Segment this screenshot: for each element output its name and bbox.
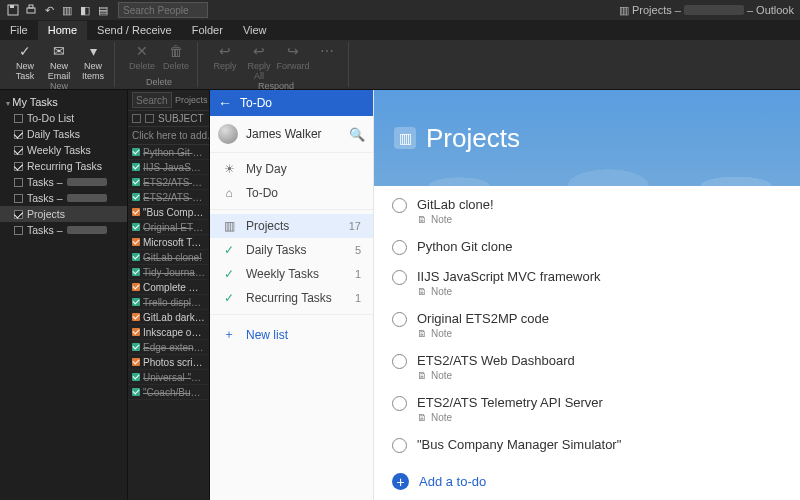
table-row[interactable]: Inkscape output i — [128, 325, 209, 340]
checkbox-icon[interactable] — [14, 130, 23, 139]
reply-button[interactable]: ↩Reply — [210, 42, 240, 81]
task-row[interactable]: ETS2/ATS Telemetry API Server🗎Note — [374, 388, 800, 430]
table-row[interactable]: GitLab dark them — [128, 310, 209, 325]
delete-button[interactable]: ✕Delete — [127, 42, 157, 71]
table-row[interactable]: IIJS JavaScript MV — [128, 160, 209, 175]
task-check-icon[interactable] — [132, 343, 140, 351]
add-task-row[interactable]: + Add a to-do — [374, 463, 800, 500]
task-row[interactable]: "Bus Company Manager Simulator" — [374, 430, 800, 460]
tasklist-add-row[interactable]: Click here to add… — [128, 127, 209, 145]
qat-icon-2[interactable]: ◧ — [78, 3, 92, 17]
checkbox-icon[interactable] — [14, 146, 23, 155]
task-circle-icon[interactable] — [392, 354, 407, 369]
table-row[interactable]: Tidy Journalism C — [128, 265, 209, 280]
todo-list-item[interactable]: ✓Weekly Tasks1 — [210, 262, 373, 286]
task-check-icon[interactable] — [132, 253, 140, 261]
nav-header[interactable]: My Tasks — [0, 94, 127, 110]
table-row[interactable]: Python Git clone — [128, 145, 209, 160]
table-row[interactable]: Microsoft To-Do b — [128, 235, 209, 250]
table-row[interactable]: Trello display labe — [128, 295, 209, 310]
task-check-icon[interactable] — [132, 223, 140, 231]
nav-item[interactable]: To-Do List — [0, 110, 127, 126]
more-respond-button[interactable]: ⋯ — [312, 42, 342, 81]
checkbox-icon[interactable] — [14, 178, 23, 187]
checkbox-icon[interactable] — [14, 194, 23, 203]
task-check-icon[interactable] — [132, 298, 140, 306]
print-icon[interactable] — [24, 3, 38, 17]
table-row[interactable]: "Bus Company Ma — [128, 205, 209, 220]
tab-send-receive[interactable]: Send / Receive — [87, 21, 182, 40]
nav-item[interactable]: Tasks – — [0, 190, 127, 206]
tasklist-search-input[interactable] — [132, 92, 172, 108]
nav-item[interactable]: Tasks – — [0, 174, 127, 190]
table-row[interactable]: GitLab clone! — [128, 250, 209, 265]
nav-item[interactable]: Tasks – — [0, 222, 127, 238]
task-check-icon[interactable] — [132, 148, 140, 156]
nav-item[interactable]: Weekly Tasks — [0, 142, 127, 158]
back-icon[interactable]: ← — [218, 95, 232, 111]
table-row[interactable]: ETS2/ATS Telemet — [128, 175, 209, 190]
tasklist-filter[interactable]: Projects — [175, 95, 208, 105]
task-check-icon[interactable] — [132, 358, 140, 366]
checkbox-icon[interactable] — [14, 162, 23, 171]
nav-item[interactable]: Daily Tasks — [0, 126, 127, 142]
new-task-button[interactable]: ✓New Task — [10, 42, 40, 81]
new-email-button[interactable]: ✉New Email — [44, 42, 74, 81]
qat-icon-3[interactable]: ▤ — [96, 3, 110, 17]
task-check-icon[interactable] — [132, 268, 140, 276]
new-items-button[interactable]: ▾New Items — [78, 42, 108, 81]
task-check-icon[interactable] — [132, 238, 140, 246]
delete-button-2[interactable]: 🗑Delete — [161, 42, 191, 71]
reply-all-button[interactable]: ↩Reply All — [244, 42, 274, 81]
task-circle-icon[interactable] — [392, 198, 407, 213]
tab-home[interactable]: Home — [38, 21, 87, 40]
search-icon[interactable]: 🔍 — [349, 127, 365, 142]
forward-button[interactable]: ↪Forward — [278, 42, 308, 81]
table-row[interactable]: Universal "commi — [128, 370, 209, 385]
tab-view[interactable]: View — [233, 21, 277, 40]
search-people-input[interactable] — [118, 2, 208, 18]
task-check-icon[interactable] — [132, 388, 140, 396]
table-row[interactable]: Edge extension - — [128, 340, 209, 355]
task-check-icon[interactable] — [132, 373, 140, 381]
task-row[interactable]: ETS2/ATS Web Dashboard🗎Note — [374, 346, 800, 388]
task-check-icon[interactable] — [132, 178, 140, 186]
checkbox-icon[interactable] — [14, 226, 23, 235]
checkbox-icon[interactable] — [14, 210, 23, 219]
table-row[interactable]: ETS2/ATS Web Da — [128, 190, 209, 205]
nav-item[interactable]: Projects — [0, 206, 127, 222]
todo-list-item[interactable]: ▥Projects17 — [210, 214, 373, 238]
task-check-icon[interactable] — [132, 328, 140, 336]
task-check-icon[interactable] — [132, 208, 140, 216]
task-circle-icon[interactable] — [392, 396, 407, 411]
table-row[interactable]: "Coach/Bus Fleet — [128, 385, 209, 400]
task-row[interactable]: GitLab clone!🗎Note — [374, 190, 800, 232]
todo-list-item[interactable]: ✓Recurring Tasks1 — [210, 286, 373, 310]
checkbox-icon[interactable] — [14, 114, 23, 123]
task-circle-icon[interactable] — [392, 438, 407, 453]
nav-item[interactable]: Recurring Tasks — [0, 158, 127, 174]
tasklist-column-header[interactable]: SUBJECT — [128, 111, 209, 127]
save-icon[interactable] — [6, 3, 20, 17]
task-circle-icon[interactable] — [392, 312, 407, 327]
task-row[interactable]: Original ETS2MP code🗎Note — [374, 304, 800, 346]
todo-list-item[interactable]: ✓Daily Tasks5 — [210, 238, 373, 262]
table-row[interactable]: Complete Digital — [128, 280, 209, 295]
task-check-icon[interactable] — [132, 283, 140, 291]
task-circle-icon[interactable] — [392, 240, 407, 255]
todo-user-row[interactable]: James Walker 🔍 — [210, 116, 373, 153]
tab-file[interactable]: File — [0, 21, 38, 40]
task-row[interactable]: IIJS JavaScript MVC framework🗎Note — [374, 262, 800, 304]
todo-list-item[interactable]: ☀My Day — [210, 157, 373, 181]
qat-icon[interactable]: ▥ — [60, 3, 74, 17]
new-list-button[interactable]: ＋New list — [210, 321, 373, 348]
task-check-icon[interactable] — [132, 163, 140, 171]
table-row[interactable]: Photos script - ex — [128, 355, 209, 370]
task-row[interactable]: Python Git clone — [374, 232, 800, 262]
todo-list-item[interactable]: ⌂To-Do — [210, 181, 373, 205]
task-check-icon[interactable] — [132, 193, 140, 201]
table-row[interactable]: Original ETS2MP — [128, 220, 209, 235]
task-check-icon[interactable] — [132, 313, 140, 321]
undo-icon[interactable]: ↶ — [42, 3, 56, 17]
tab-folder[interactable]: Folder — [182, 21, 233, 40]
